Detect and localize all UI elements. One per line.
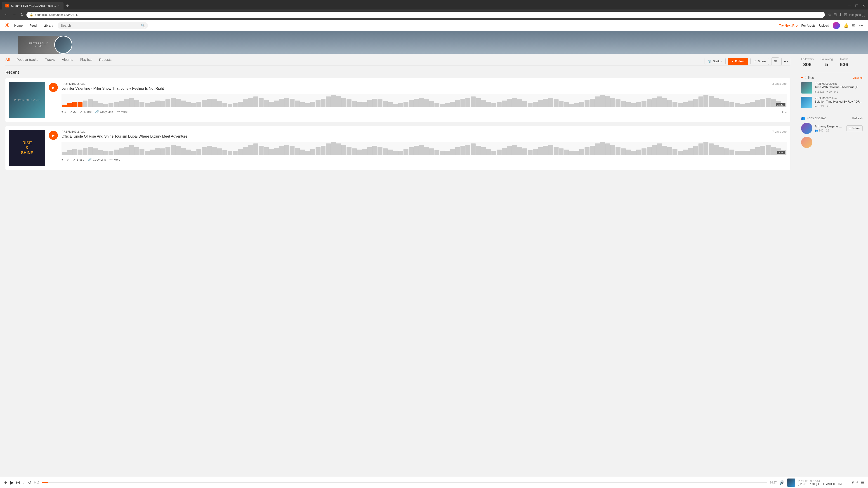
tracks-value: 636: [840, 62, 848, 68]
sidebar-track-1-title[interactable]: Time With Caroline Theodorus ,E...: [815, 86, 863, 89]
track-1-waveform[interactable]: (function() { const bars = [12,18,25,22,…: [61, 94, 786, 107]
tab-all[interactable]: All: [5, 58, 10, 65]
nav-home[interactable]: Home: [14, 24, 23, 27]
tab-albums[interactable]: Albums: [62, 58, 73, 65]
fan-1-info: Anthony Eugene Dur... 👥 146 26: [815, 125, 844, 132]
fan-1-follow-btn[interactable]: + Follow: [846, 125, 863, 131]
try-next-pro-link[interactable]: Try Next Pro: [779, 24, 798, 27]
link-icon: 🔗: [95, 110, 99, 113]
heart-icon-s1: ♥: [827, 90, 828, 93]
sidebar-track-2-title[interactable]: Solution Time Hosted By Rev ( DR...: [815, 100, 863, 104]
for-artists-link[interactable]: For Artists: [801, 24, 815, 27]
reposts-stat-1: ⇄ 1: [834, 90, 839, 93]
fan-1-name[interactable]: Anthony Eugene Dur...: [815, 125, 844, 128]
message-btn[interactable]: ✉: [771, 57, 779, 65]
user-avatar[interactable]: [833, 22, 840, 29]
bookmark-btn[interactable]: ☆: [828, 12, 832, 17]
active-tab[interactable]: ♪ Stream PRZFM109.2 Asia music... ×: [2, 2, 64, 9]
track-2-title[interactable]: Official Jingle Of Rise And Shine Touris…: [61, 134, 786, 139]
forward-btn[interactable]: →: [11, 11, 18, 18]
profile-btn[interactable]: Incognito (2): [849, 13, 865, 17]
track-2-more-btn[interactable]: ••• More: [110, 158, 120, 161]
maximize-btn[interactable]: □: [854, 2, 860, 9]
track-2-repost-btn[interactable]: ⇄: [67, 158, 69, 161]
track-2-time: 7 days ago: [772, 130, 786, 133]
fan-1-followers: 👥 146: [815, 129, 823, 132]
close-browser-btn[interactable]: ×: [861, 2, 866, 9]
fans-icon: 👥: [801, 116, 805, 120]
nav-library[interactable]: Library: [43, 24, 53, 27]
track-2-play-btn[interactable]: ▶: [49, 131, 58, 140]
browser-tabs: ♪ Stream PRZFM109.2 Asia music... × + ─ …: [0, 0, 868, 9]
divider-1: [801, 72, 863, 72]
track-1-play-count: ▶ 3: [782, 110, 786, 113]
recent-title: Recent: [5, 70, 790, 75]
track-1-copy-link-btn[interactable]: 🔗 Copy Link: [95, 110, 113, 113]
plays-stat-2: ▶ 1,321: [815, 105, 824, 108]
nav-feed[interactable]: Feed: [29, 24, 37, 27]
profile-actions: 📡 Station ♥ Follow ↗ Share ✉ •••: [705, 57, 790, 65]
fan-follow-icon: +: [849, 127, 851, 130]
search-box[interactable]: 🔍: [58, 22, 148, 29]
profile-tabs: All Popular tracks Tracks Albums Playlis…: [5, 54, 790, 66]
play-icon-s2: ▶: [815, 105, 817, 108]
sc-header: ☀ Home Feed Library 🔍 Try Next Pro For A…: [0, 20, 868, 31]
track-1-play-btn[interactable]: ▶: [49, 83, 58, 92]
new-tab-btn[interactable]: +: [64, 2, 71, 9]
profile-avatar: [54, 36, 72, 54]
url-text: soundcloud.com/user-643404247: [35, 13, 79, 17]
tab-search-btn[interactable]: ⊟: [833, 12, 837, 17]
search-input[interactable]: [61, 24, 139, 27]
notifications-btn[interactable]: 🔔: [844, 23, 848, 28]
share-btn[interactable]: ↗ Share: [750, 58, 769, 65]
followers-label: Followers: [801, 57, 814, 61]
track-2-share-btn[interactable]: ↗ Share: [73, 158, 85, 161]
track-1-artist: PRZFM109.2 Asia: [61, 82, 86, 86]
tab-popular-tracks[interactable]: Popular tracks: [17, 58, 38, 65]
link-icon-2: 🔗: [88, 158, 92, 161]
upload-link[interactable]: Upload: [819, 24, 829, 27]
repost-icon-2: ⇄: [67, 158, 69, 161]
address-bar[interactable]: 🔒 soundcloud.com/user-643404247: [26, 12, 825, 18]
refresh-btn[interactable]: Refresh: [852, 117, 863, 120]
plays-stat-1: ▶ 2,825: [815, 90, 824, 93]
track-2-copy-link-btn[interactable]: 🔗 Copy Link: [88, 158, 106, 161]
tab-reposts[interactable]: Reposts: [99, 58, 112, 65]
view-all-btn[interactable]: View all: [852, 76, 863, 79]
likes-title: ♥ 2 likes: [801, 76, 814, 79]
back-btn[interactable]: ←: [3, 11, 9, 18]
likes-stat-1: ♥ 20: [827, 90, 832, 93]
download-btn[interactable]: ⬇: [839, 12, 842, 17]
sc-logo[interactable]: ☀: [4, 22, 10, 29]
station-btn[interactable]: 📡 Station: [705, 58, 725, 65]
list-item: Anthony Eugene Dur... 👥 146 26: [801, 123, 863, 134]
more-options-btn[interactable]: •••: [859, 23, 864, 28]
track-1-meta: PRZFM109.2 Asia 3 days ago: [61, 82, 786, 86]
more-actions-btn[interactable]: •••: [781, 58, 790, 65]
track-1-duration: 29:31: [776, 103, 785, 106]
track-2-waveform[interactable]: (function() { const bars2 = [15,22,28,25…: [61, 142, 786, 155]
list-item: PRZFM109.2 Asia Time With Caroline Theod…: [801, 82, 863, 94]
track-2-like-btn[interactable]: ♥: [61, 158, 63, 161]
right-sidebar: Followers 306 Following 5 Tracks 636 ♥: [796, 54, 868, 174]
search-icon: 🔍: [141, 24, 145, 27]
track-1-more-btn[interactable]: ••• More: [117, 110, 127, 113]
track-1-actions: ♥ 1 ⇄ 22 ↗ Share: [61, 110, 786, 113]
extensions-btn[interactable]: ⊡: [844, 12, 847, 17]
track-1-title[interactable]: Jennifer Valentine - Miler Show That Lon…: [61, 86, 786, 91]
reload-btn[interactable]: ↻: [19, 11, 25, 18]
recent-section: Recent PRAYER RALLY ZONE ▶ PRZFM109.2 As…: [5, 70, 790, 170]
tab-playlists[interactable]: Playlists: [80, 58, 92, 65]
minimize-btn[interactable]: ─: [847, 2, 852, 9]
heart-icon-s2: ♥: [827, 105, 828, 108]
follow-btn[interactable]: ♥ Follow: [728, 58, 748, 65]
track-1-repost-btn[interactable]: ⇄ 22: [70, 110, 76, 113]
track-thumbnail-2: RISE&SHINE: [9, 130, 45, 166]
sidebar-track-1-info: PRZFM109.2 Asia Time With Caroline Theod…: [815, 82, 863, 93]
tab-tracks[interactable]: Tracks: [45, 58, 55, 65]
track-1-like-btn[interactable]: ♥ 1: [61, 110, 66, 113]
messages-btn[interactable]: ✉: [852, 23, 856, 28]
track-1-share-btn[interactable]: ↗ Share: [80, 110, 92, 113]
track-1-time: 3 days ago: [772, 82, 786, 86]
tab-close-btn[interactable]: ×: [58, 4, 60, 8]
